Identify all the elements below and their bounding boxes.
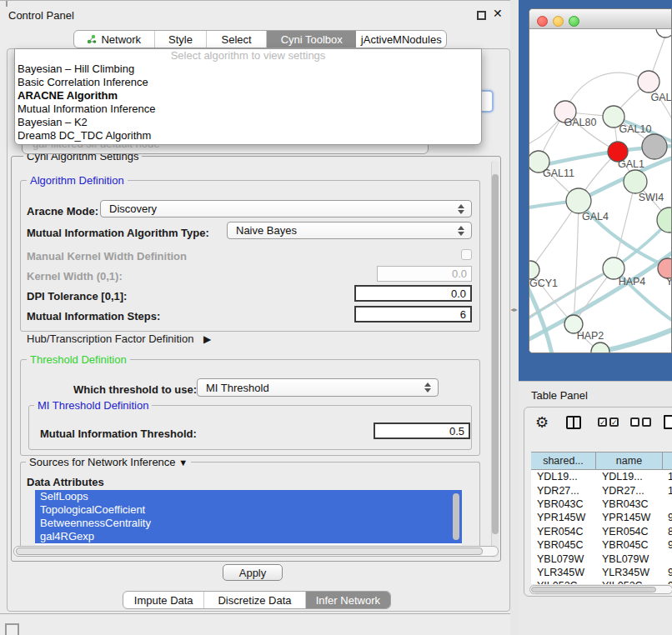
algorithm-option[interactable]: ARACNE Algorithm xyxy=(15,89,481,102)
close-icon[interactable]: ✕ xyxy=(493,7,503,20)
select-all-checkboxes-icon[interactable]: ✓✓ xyxy=(598,418,619,427)
network-icon xyxy=(87,34,97,44)
tab-label: Infer Network xyxy=(316,594,380,607)
tab-label: Cyni Toolbox xyxy=(281,33,343,46)
columns-icon[interactable] xyxy=(566,416,581,429)
mi-steps-label: Mutual Information Steps: xyxy=(27,310,160,322)
tab-cyni-toolbox[interactable]: Cyni Toolbox xyxy=(267,31,357,48)
settings-hscroll-thumb[interactable] xyxy=(16,548,483,555)
table-cell: YPR145W xyxy=(596,512,663,523)
attr-list-scrollbar[interactable] xyxy=(453,492,460,543)
table-row[interactable]: YPR145WYPR145W9. xyxy=(531,511,672,524)
which-threshold-value: MI Threshold xyxy=(206,382,269,394)
which-threshold-combo[interactable]: MI Threshold xyxy=(197,378,439,397)
kernel-width-input[interactable]: 0.0 xyxy=(377,266,472,282)
mi-threshold-input[interactable]: 0.5 xyxy=(374,422,470,439)
table-cell: YER054C xyxy=(531,526,596,538)
tab-select[interactable]: Select xyxy=(207,31,267,48)
aracne-mode-label: Aracne Mode: xyxy=(27,205,98,218)
panel-splitter[interactable] xyxy=(510,0,519,635)
tab-style[interactable]: Style xyxy=(155,31,208,48)
attribute-item-selected[interactable]: SelfLoops xyxy=(35,490,462,503)
algorithm-option[interactable]: Dream8 DC_TDC Algorithm xyxy=(15,129,481,142)
network-window-titlebar[interactable] xyxy=(529,9,672,29)
table-hscroll-thumb[interactable] xyxy=(531,587,656,592)
splitter-grip-icon[interactable]: ◂▸ xyxy=(509,305,519,315)
network-node-label: SWI4 xyxy=(639,192,664,203)
aracne-mode-combo[interactable]: Discovery xyxy=(100,200,472,218)
manual-kernel-checkbox[interactable] xyxy=(461,249,472,260)
tab-discretize-data[interactable]: Discretize Data xyxy=(204,592,305,608)
settings-vscroll-thumb[interactable] xyxy=(492,174,499,534)
table-cell: 9. xyxy=(663,580,672,584)
float-window-icon[interactable] xyxy=(477,11,486,20)
mi-threshold-label: Mutual Information Threshold: xyxy=(40,428,197,440)
collapsed-panel-icon[interactable] xyxy=(5,623,19,635)
tab-infer-network[interactable]: Infer Network xyxy=(306,592,390,608)
attribute-item-selected[interactable]: gal4RGexp xyxy=(35,530,462,543)
algorithm-option[interactable]: Bayesian – K2 xyxy=(15,116,481,129)
network-node-label: GAL80 xyxy=(564,117,597,128)
network-node-label: Y xyxy=(666,276,672,288)
mi-steps-input[interactable]: 6 xyxy=(354,306,472,322)
tab-label: Network xyxy=(101,33,141,46)
network-node-gcy1[interactable] xyxy=(529,261,539,279)
tab-label: Impute Data xyxy=(134,594,193,607)
control-panel-tabbar: NetworkStyleSelectCyni ToolboxjActiveMNo… xyxy=(73,30,447,48)
sources-toggle[interactable]: Sources for Network Inference ▼ xyxy=(26,456,191,468)
table-cell: YIL052C xyxy=(531,580,596,584)
tab-network[interactable]: Network xyxy=(74,31,155,48)
table-row[interactable]: YBR043CYBR043C xyxy=(531,498,672,511)
table-panel-area: Table Panel ⚙ ✓✓ shared... name YDL19...… xyxy=(519,381,672,635)
network-node-swi4[interactable] xyxy=(657,208,672,232)
network-edge xyxy=(600,326,672,352)
network-node[interactable] xyxy=(642,134,667,159)
zoom-traffic-light[interactable] xyxy=(569,16,579,27)
network-node[interactable] xyxy=(624,170,647,193)
table-cell: YDR27... xyxy=(596,485,663,497)
algorithm-option[interactable]: Mutual Information Inference xyxy=(15,102,481,116)
table-row[interactable]: YLR345WYLR345W9. xyxy=(531,566,672,579)
table-row[interactable]: YIL052CYIL052C9. xyxy=(531,579,672,584)
hub-definition-toggle[interactable]: Hub/Transcription Factor Definition ▶ xyxy=(27,332,211,345)
network-node-gal[interactable] xyxy=(638,71,659,92)
table-row[interactable]: YBL079WYBL079W xyxy=(531,552,672,565)
table-cell: YBL079W xyxy=(531,553,596,565)
control-panel: Control Panel ✕ NetworkStyleSelectCyni T… xyxy=(0,0,517,614)
control-panel-title: Control Panel xyxy=(8,9,74,22)
minimize-traffic-light[interactable] xyxy=(553,16,564,27)
table-cell: YER054C xyxy=(596,526,663,538)
which-threshold-label: Which threshold to use: xyxy=(73,383,197,396)
network-node-gal4[interactable] xyxy=(566,188,591,213)
attribute-item-selected[interactable]: BetweennessCentrality xyxy=(35,517,462,530)
dpi-tolerance-input[interactable]: 0.0 xyxy=(354,285,472,302)
table-horizontal-scrollbar[interactable] xyxy=(529,585,672,594)
table-row[interactable]: YBR045CYBR045C9. xyxy=(531,538,672,552)
algorithm-option[interactable]: Bayesian – Hill Climbing xyxy=(15,62,481,76)
algorithm-option[interactable]: Basic Correlation Inference xyxy=(15,76,481,89)
network-edge xyxy=(529,248,672,342)
close-traffic-light[interactable] xyxy=(537,16,548,27)
table-cell: YBR045C xyxy=(531,539,596,551)
column-header-shared[interactable]: shared... xyxy=(531,452,596,469)
network-node[interactable] xyxy=(591,342,609,353)
document-icon[interactable] xyxy=(664,415,672,429)
table-row[interactable]: YER054CYER054C8. xyxy=(531,525,672,538)
table-row[interactable]: YDR27...YDR27...12 xyxy=(531,483,672,497)
tab-impute-data[interactable]: Impute Data xyxy=(123,592,204,608)
column-header-extra[interactable] xyxy=(663,452,672,469)
column-header-name[interactable]: name xyxy=(596,452,663,469)
attribute-item-selected[interactable]: TopologicalCoefficient xyxy=(35,503,462,517)
table-cell: YDL19... xyxy=(596,471,663,482)
attr-list-scroll-thumb[interactable] xyxy=(453,493,459,540)
settings-vertical-scrollbar[interactable] xyxy=(491,161,499,558)
tab-jactivemnodules[interactable]: jActiveMNodules xyxy=(356,31,446,48)
deselect-all-checkboxes-icon[interactable] xyxy=(630,418,651,427)
table-row[interactable]: YDL19...YDL19...13 xyxy=(531,470,672,483)
network-canvas[interactable]: GALGAL80GAL10GAL1GAL11GAL4SWI4GCY1HAP4YH… xyxy=(529,29,672,353)
gear-icon[interactable]: ⚙ xyxy=(535,413,549,432)
network-node[interactable] xyxy=(656,29,672,38)
settings-horizontal-scrollbar[interactable] xyxy=(13,546,499,557)
mi-type-combo[interactable]: Naive Bayes xyxy=(227,222,472,239)
apply-button[interactable]: Apply xyxy=(223,564,283,581)
